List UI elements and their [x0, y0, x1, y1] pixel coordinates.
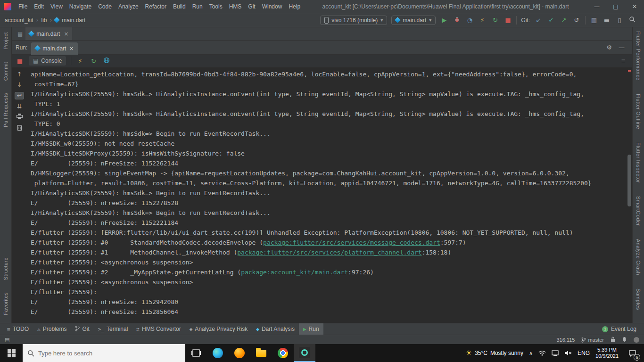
running-devices-button[interactable]: ▬ [603, 16, 611, 24]
menu-tools[interactable]: Tools [206, 1, 226, 12]
taskbar-search-input[interactable] [38, 350, 181, 357]
stacktrace-link[interactable]: package:flutter/src/services/message_cod… [263, 239, 440, 246]
console-output[interactable]: apiName=Location_getLocation, transId=8b… [27, 67, 627, 323]
breadcrumb-dir[interactable]: lib [41, 17, 47, 24]
tool-stripe-pull-requests[interactable]: Pull Requests [3, 93, 8, 127]
stacktrace-link[interactable]: package:flutter/src/services/platform_ch… [237, 249, 421, 256]
display-tray-icon[interactable] [552, 350, 559, 356]
menu-run[interactable]: Run [189, 1, 206, 12]
maximize-button[interactable]: □ [606, 0, 625, 13]
device-selector[interactable]: vivo 1716 (mobile) ▾ [320, 16, 387, 25]
menu-navigate[interactable]: Navigate [66, 1, 95, 12]
breadcrumb-file[interactable]: main.dart [62, 17, 85, 24]
readonly-lock-icon[interactable] [611, 337, 615, 343]
menu-help[interactable]: Help [285, 1, 304, 12]
device-manager-button[interactable]: ▯ [615, 16, 624, 24]
scroll-up-button[interactable]: ↑ [15, 71, 24, 78]
firefox-taskbar-icon[interactable] [229, 344, 250, 362]
menu-view[interactable]: View [47, 1, 66, 12]
weather-widget[interactable]: ☀ 35°C Mostly sunny [466, 349, 523, 357]
chrome-taskbar-icon[interactable] [272, 344, 294, 362]
editor-tab-main-dart[interactable]: main.dart × [25, 27, 72, 40]
tool-stripe-favorites[interactable]: Favorites [3, 292, 8, 315]
close-button[interactable]: ✕ [625, 0, 644, 13]
layout-options-icon[interactable]: ≡ [621, 58, 628, 64]
taskbar-search[interactable] [23, 344, 185, 362]
run-tab-main-dart[interactable]: main.dart × [31, 42, 78, 55]
open-devtools-button[interactable] [102, 57, 111, 65]
tool-window-button-todo[interactable]: ≡TODO [3, 323, 33, 335]
breadcrumb-project[interactable]: account_kit [5, 17, 33, 24]
tool-window-button-analyze-privacy-risk[interactable]: ◈Analyze Privacy Risk [185, 323, 252, 335]
network-wifi-icon[interactable] [538, 350, 546, 356]
stop-process-button[interactable]: ■ [16, 58, 24, 65]
edge-taskbar-icon[interactable] [207, 344, 229, 362]
settings-gear-icon[interactable]: ⚙ [606, 44, 612, 51]
editor-group-icon[interactable]: ▤ [17, 31, 23, 37]
menu-git[interactable]: Git [245, 1, 258, 12]
tool-window-switcher-icon[interactable]: ▤ [5, 337, 9, 343]
git-push-button[interactable]: ↗ [560, 16, 568, 24]
stop-button[interactable]: ■ [504, 16, 512, 24]
console-tab[interactable]: ▤ Console [29, 56, 66, 66]
git-branch-widget[interactable]: master [581, 337, 604, 343]
menu-build[interactable]: Build [170, 1, 189, 12]
menu-code[interactable]: Code [95, 1, 115, 12]
tool-window-button-git[interactable]: Git [71, 323, 93, 335]
menu-window[interactable]: Window [259, 1, 286, 12]
clear-all-button[interactable] [15, 124, 24, 132]
git-rollback-button[interactable]: ↺ [572, 16, 581, 24]
git-commit-button[interactable]: ✓ [547, 16, 555, 24]
ide-status-circle-icon[interactable] [634, 337, 639, 343]
run-config-selector[interactable]: main.dart ▾ [391, 16, 436, 25]
menu-refactor[interactable]: Refactor [142, 1, 170, 12]
scrollbar-thumb[interactable] [627, 155, 631, 206]
menu-analyze[interactable]: Analyze [115, 1, 142, 12]
hot-restart-icon[interactable]: ↻ [89, 58, 98, 65]
tool-stripe-samples[interactable]: Samples [636, 288, 641, 310]
volume-muted-icon[interactable] [564, 350, 572, 356]
tool-window-button-dart-analysis[interactable]: ◆Dart Analysis [252, 323, 299, 335]
git-update-button[interactable]: ↙ [534, 16, 543, 24]
menu-edit[interactable]: Edit [31, 1, 47, 12]
tool-stripe-project[interactable]: Project [3, 32, 8, 49]
hot-reload-button[interactable]: ⚡ [478, 16, 487, 24]
menu-file[interactable]: File [15, 1, 31, 12]
tool-window-button-problems[interactable]: ⚠Problems [33, 323, 71, 335]
hide-panel-icon[interactable]: — [619, 44, 625, 51]
file-explorer-taskbar-icon[interactable] [250, 344, 272, 362]
hot-reload-icon[interactable]: ⚡ [76, 58, 84, 65]
tab-close-icon[interactable]: × [64, 31, 68, 37]
menu-hms[interactable]: HMS [226, 1, 245, 12]
tool-stripe-flutter-outline[interactable]: Flutter Outline [636, 94, 641, 129]
tool-window-button-terminal[interactable]: >_Terminal [94, 323, 132, 335]
tool-stripe-analyze-crash[interactable]: Analyze Crash [636, 239, 641, 275]
notifications-bell-icon[interactable] [622, 337, 627, 343]
taskbar-clock[interactable]: 5:39 PM 10/9/2021 [595, 347, 619, 359]
tool-window-button-run[interactable]: ▶Run [299, 323, 323, 335]
tool-stripe-smartcoder[interactable]: SmartCoder [636, 196, 641, 226]
minimize-button[interactable]: — [587, 0, 606, 13]
scroll-down-button[interactable]: ↓ [15, 82, 24, 88]
caret-position[interactable]: 316:115 [556, 337, 575, 343]
start-button[interactable] [0, 344, 23, 362]
profiler-button[interactable]: ◔ [465, 16, 474, 24]
event-log-button[interactable]: 1 Event Log [602, 326, 641, 332]
tool-window-button-hms-convertor[interactable]: ⇄HMS Convertor [132, 323, 185, 335]
android-studio-taskbar-icon[interactable] [294, 344, 315, 362]
language-indicator[interactable]: ENG [578, 350, 590, 356]
project-structure-button[interactable]: ▦ [590, 16, 598, 24]
task-view-button[interactable] [185, 344, 207, 362]
tool-stripe-structure[interactable]: Structure [3, 257, 8, 280]
debug-button[interactable] [453, 16, 461, 24]
soft-wrap-button[interactable]: ↩ [15, 92, 24, 99]
tool-stripe-flutter-performance[interactable]: Flutter Performance [636, 31, 641, 81]
action-center-button[interactable]: 6 [624, 344, 640, 362]
search-everywhere-button[interactable] [628, 16, 636, 24]
hot-restart-button[interactable]: ↻ [491, 16, 499, 24]
tool-stripe-commit[interactable]: Commit [3, 62, 8, 81]
console-scrollbar[interactable] [627, 67, 632, 323]
scroll-to-end-button[interactable]: ⇊ [15, 103, 24, 110]
run-button[interactable]: ▶ [440, 16, 448, 24]
tool-stripe-flutter-inspector[interactable]: Flutter Inspector [636, 142, 641, 183]
